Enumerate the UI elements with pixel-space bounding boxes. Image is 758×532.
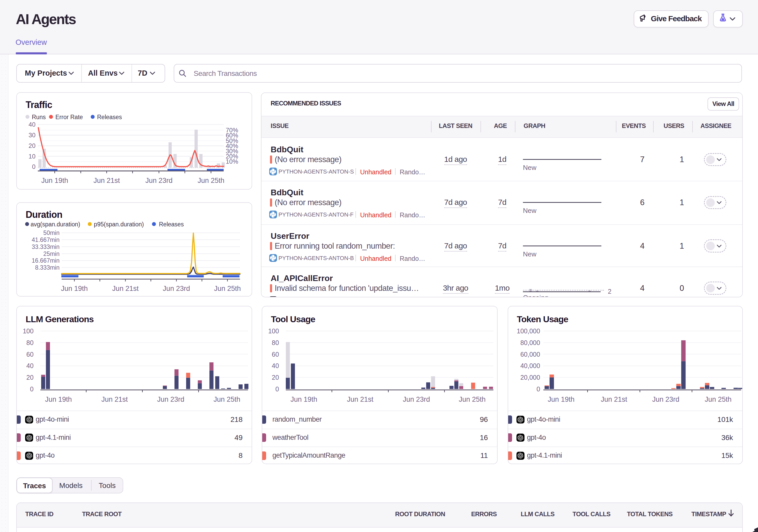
svg-text:40,000: 40,000 <box>520 362 540 369</box>
svg-text:80: 80 <box>26 339 34 346</box>
svg-text:33.333min: 33.333min <box>32 243 59 250</box>
svg-text:Releases: Releases <box>97 114 122 121</box>
svg-text:Releases: Releases <box>159 221 184 228</box>
svg-text:Jun 23rd: Jun 23rd <box>163 285 190 293</box>
svg-text:8.333min: 8.333min <box>35 264 59 271</box>
svg-text:Jun 23rd: Jun 23rd <box>652 396 679 403</box>
svg-text:20: 20 <box>28 142 35 149</box>
svg-text:Jun 21st: Jun 21st <box>347 396 374 403</box>
svg-text:Jun 25th: Jun 25th <box>459 396 486 403</box>
svg-text:40: 40 <box>28 121 35 128</box>
svg-text:Jun 21st: Jun 21st <box>112 285 139 293</box>
svg-text:60: 60 <box>272 351 279 358</box>
svg-text:Jun 25th: Jun 25th <box>214 396 240 403</box>
svg-text:100: 100 <box>268 327 279 335</box>
svg-text:0: 0 <box>30 385 34 393</box>
svg-text:0: 0 <box>536 385 540 393</box>
svg-text:100,000: 100,000 <box>517 327 540 335</box>
svg-text:Jun 21st: Jun 21st <box>101 396 128 403</box>
svg-text:avg(span.duration): avg(span.duration) <box>31 221 80 228</box>
svg-text:25min: 25min <box>43 250 59 257</box>
svg-text:40: 40 <box>26 362 34 369</box>
svg-text:16.667min: 16.667min <box>32 257 59 264</box>
svg-text:Jun 19th: Jun 19th <box>45 396 72 403</box>
svg-text:60: 60 <box>26 351 34 358</box>
svg-text:80: 80 <box>272 339 279 346</box>
svg-text:Error Rate: Error Rate <box>55 114 83 121</box>
svg-text:Runs: Runs <box>32 114 46 121</box>
svg-text:Jun 19th: Jun 19th <box>41 177 68 184</box>
svg-text:Jun 25th: Jun 25th <box>705 396 732 403</box>
svg-text:Jun 25th: Jun 25th <box>214 285 241 293</box>
svg-text:20: 20 <box>26 374 34 381</box>
svg-text:80,000: 80,000 <box>520 339 540 346</box>
svg-text:Jun 21st: Jun 21st <box>93 177 120 184</box>
svg-text:Jun 25th: Jun 25th <box>197 177 224 184</box>
svg-text:Jun 19th: Jun 19th <box>291 396 317 403</box>
svg-text:0: 0 <box>32 163 35 170</box>
svg-text:Jun 19th: Jun 19th <box>61 285 88 293</box>
svg-text:p95(span.duration): p95(span.duration) <box>94 221 144 228</box>
svg-text:10: 10 <box>28 153 35 160</box>
svg-text:100: 100 <box>23 327 34 335</box>
svg-text:Jun 23rd: Jun 23rd <box>157 396 184 403</box>
svg-text:20,000: 20,000 <box>520 374 540 381</box>
svg-text:Jun 21st: Jun 21st <box>601 396 627 403</box>
svg-text:50min: 50min <box>43 230 59 236</box>
svg-text:Jun 19th: Jun 19th <box>547 396 574 403</box>
svg-text:30: 30 <box>28 131 35 139</box>
svg-text:60,000: 60,000 <box>520 351 540 358</box>
svg-text:40: 40 <box>272 362 279 369</box>
svg-text:41.667min: 41.667min <box>32 236 59 243</box>
svg-text:Jun 23rd: Jun 23rd <box>403 396 430 403</box>
svg-text:20: 20 <box>272 374 279 381</box>
svg-text:0: 0 <box>275 385 279 393</box>
svg-text:70%: 70% <box>226 127 238 134</box>
svg-text:Jun 23rd: Jun 23rd <box>145 177 172 184</box>
